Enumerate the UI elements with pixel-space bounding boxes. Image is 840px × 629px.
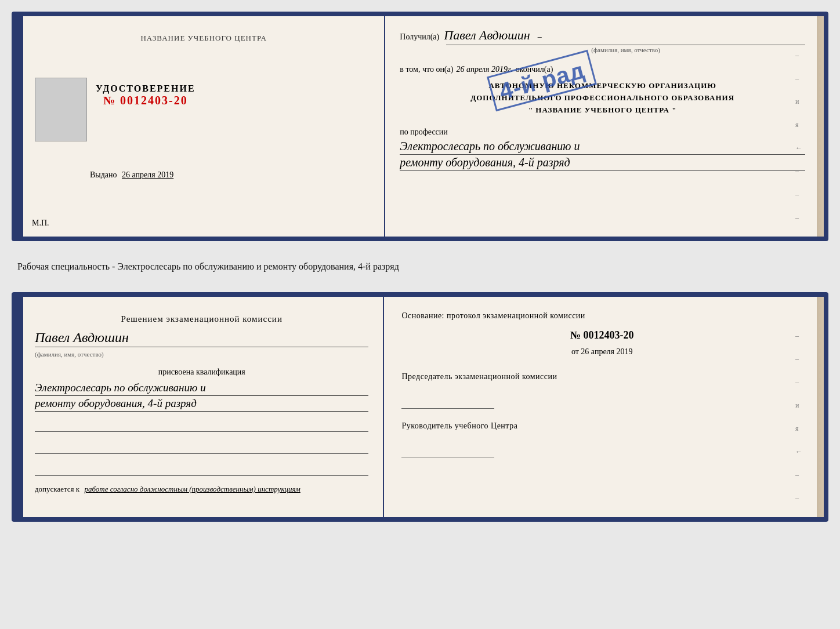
- rukovoditel-block: Руководитель учебного Центра: [401, 420, 802, 458]
- deco-dash3: –: [795, 167, 802, 176]
- booklet-spine-bottom-left: [16, 297, 23, 517]
- top-certificate-booklet: НАЗВАНИЕ УЧЕБНОГО ЦЕНТРА УДОСТОВЕРЕНИЕ №…: [12, 12, 828, 241]
- number-label: №: [103, 94, 116, 107]
- deco-dash4: –: [795, 190, 802, 199]
- protocol-number-label: №: [570, 329, 581, 341]
- deco-dash1: –: [795, 51, 802, 60]
- booklet-right-page: Получил(а) Павел Авдюшин – (фамилия, имя…: [385, 16, 817, 237]
- number-value: 0012403-20: [120, 94, 188, 107]
- poluchil-label: Получил(а): [400, 32, 439, 42]
- deco-b-dash3: –: [795, 378, 802, 387]
- deco-dash5: –: [795, 213, 802, 222]
- org-block: АВТОНОМНУЮ НЕКОММЕРЧЕСКУЮ ОРГАНИЗАЦИЮ ДО…: [400, 80, 805, 116]
- center-name-top: НАЗВАНИЕ УЧЕБНОГО ЦЕНТРА: [140, 34, 266, 43]
- mp-label: М.П.: [32, 219, 49, 228]
- protocol-number-value: 0012403-20: [584, 329, 634, 341]
- profession-label: по профессии: [400, 128, 805, 137]
- ot-label: от: [571, 347, 579, 356]
- deco-b-dash1: –: [795, 332, 802, 340]
- booklet-spine-bottom-right: [817, 297, 824, 517]
- vtom-label: в том, что он(а): [400, 65, 453, 74]
- left-content: УДОСТОВЕРЕНИЕ № 0012403-20 Выдано 26 апр…: [35, 66, 372, 180]
- qual-line2: ремонту оборудования, 4-й разряд: [35, 397, 368, 412]
- deco-and: и: [795, 97, 802, 106]
- predsedatel-sig-line: [401, 397, 494, 409]
- certificate-number: № 0012403-20: [103, 94, 188, 107]
- org-line1: АВТОНОМНУЮ НЕКОММЕРЧЕСКУЮ ОРГАНИЗАЦИЮ: [400, 80, 805, 92]
- deco-dash6: –: [795, 237, 802, 241]
- booklet-spine-right: [817, 16, 824, 237]
- dopuskaetsya-label: допускается к: [35, 485, 79, 493]
- prisvoena-text: присвоена квалификация: [35, 368, 368, 377]
- ot-date: от 26 апреля 2019: [401, 347, 802, 357]
- profession-line1-top: Электрослесарь по обслуживанию и: [400, 140, 805, 155]
- right-deco-top: – – и я ← – – – –: [795, 51, 802, 241]
- dopuskaetsya-value: работе согласно должностным (производств…: [84, 485, 300, 493]
- rukovoditel-sig-line: [401, 446, 494, 457]
- booklet-left-page: НАЗВАНИЕ УЧЕБНОГО ЦЕНТРА УДОСТОВЕРЕНИЕ №…: [23, 16, 385, 237]
- udostoverenie-title: УДОСТОВЕРЕНИЕ: [96, 83, 195, 94]
- vydano-label: Выдано: [90, 170, 117, 179]
- predsedatel-block: Председатель экзаменационной комиссии: [401, 371, 802, 409]
- blank-line-1: [35, 420, 368, 432]
- specialty-text: Рабочая специальность - Электрослесарь п…: [12, 259, 828, 275]
- dopuskaetsya-block: допускается к работе согласно должностны…: [35, 485, 368, 494]
- decision-title: Решением экзаменационной комиссии: [35, 314, 368, 324]
- deco-dash2: –: [795, 74, 802, 83]
- right-deco-bottom: – – – и я ← – – – –: [795, 332, 802, 522]
- ot-date-value: 26 апреля 2019: [581, 347, 632, 356]
- blank-lines: [35, 420, 368, 476]
- fio-label-top: (фамилия, имя, отчество): [446, 45, 805, 53]
- deco-b-larrow: ←: [795, 448, 802, 456]
- qual-line1: Электрослесарь по обслуживанию и: [35, 381, 368, 396]
- dash-top: –: [538, 32, 542, 42]
- deco-larrow: ←: [795, 144, 802, 152]
- org-line3: " НАЗВАНИЕ УЧЕБНОГО ЦЕНТРА ": [400, 104, 805, 117]
- person-name-top: Павел Авдюшин: [444, 28, 530, 43]
- deco-b-dash6: –: [795, 517, 802, 522]
- vydano-block: Выдано 26 апреля 2019: [90, 170, 173, 180]
- second-left-page: Решением экзаменационной комиссии Павел …: [23, 297, 384, 517]
- fio-label-bottom: (фамилия, имя, отчество): [35, 351, 104, 358]
- profession-line2-top: ремонту оборудования, 4-й разряд: [400, 156, 805, 171]
- org-line2: ДОПОЛНИТЕЛЬНОГО ПРОФЕССИОНАЛЬНОГО ОБРАЗО…: [400, 92, 805, 104]
- bottom-certificate-booklet: Решением экзаменационной комиссии Павел …: [12, 292, 828, 522]
- deco-ya: я: [795, 121, 802, 129]
- rukovoditel-title: Руководитель учебного Центра: [401, 420, 802, 432]
- vydano-date: 26 апреля 2019: [122, 170, 173, 179]
- vtom-line: в том, что он(а) 26 апреля 2019г. окончи…: [400, 65, 805, 74]
- booklet-spine-left: [16, 16, 23, 237]
- person-name-bottom: Павел Авдюшин: [35, 330, 368, 347]
- udostoverenie-block: УДОСТОВЕРЕНИЕ № 0012403-20: [96, 83, 195, 107]
- deco-b-ya: я: [795, 424, 802, 433]
- predsedatel-title: Председатель экзаменационной комиссии: [401, 371, 802, 383]
- photo-placeholder: [35, 78, 87, 141]
- deco-b-dash4: –: [795, 471, 802, 479]
- protocol-number: № 0012403-20: [401, 329, 802, 341]
- page-wrapper: НАЗВАНИЕ УЧЕБНОГО ЦЕНТРА УДОСТОВЕРЕНИЕ №…: [12, 12, 828, 522]
- profession-block-top: по профессии Электрослесарь по обслужива…: [400, 128, 805, 171]
- deco-b-and: и: [795, 401, 802, 410]
- photo-info-block: УДОСТОВЕРЕНИЕ № 0012403-20: [35, 78, 372, 153]
- received-line: Получил(а) Павел Авдюшин –: [400, 28, 805, 43]
- deco-b-dash5: –: [795, 494, 802, 503]
- blank-line-3: [35, 464, 368, 476]
- second-right-page: Основание: протокол экзаменационной коми…: [384, 297, 817, 517]
- blank-line-2: [35, 442, 368, 454]
- deco-b-dash2: –: [795, 355, 802, 363]
- osnovaniye-text: Основание: протокол экзаменационной коми…: [401, 311, 802, 321]
